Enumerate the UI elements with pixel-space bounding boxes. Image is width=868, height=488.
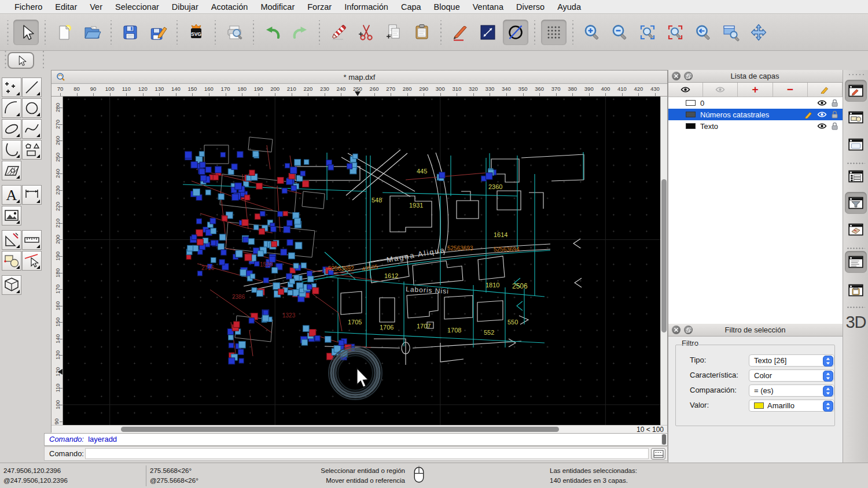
- canvas-horizontal-scrollbar[interactable]: [52, 426, 632, 434]
- menu-acotacion[interactable]: Acotación: [205, 2, 255, 12]
- zoom-auto-button[interactable]: [635, 20, 660, 45]
- filter-comparacin-select[interactable]: = (es): [749, 385, 834, 397]
- hide-all-layers-button[interactable]: [703, 83, 738, 97]
- edit-layer-icon[interactable]: [804, 110, 813, 119]
- layer-lock-icon[interactable]: [831, 122, 838, 130]
- menu-editar[interactable]: Editar: [49, 2, 83, 12]
- tool-circle-button[interactable]: [22, 98, 42, 118]
- keyboard-toggle-button[interactable]: [651, 448, 665, 460]
- command-input[interactable]: [85, 448, 649, 459]
- menu-informacion[interactable]: Información: [338, 2, 395, 12]
- menu-capa[interactable]: Capa: [395, 2, 428, 12]
- tool-measure-button[interactable]: [22, 230, 42, 250]
- tool-shapes-button[interactable]: [22, 140, 42, 160]
- layer-lock-icon[interactable]: [831, 99, 838, 107]
- menu-fichero[interactable]: Fichero: [8, 2, 49, 12]
- preview-panel-button[interactable]: [845, 134, 867, 156]
- layer-row-nu-meros-catastrales[interactable]: Números catastrales: [668, 109, 843, 120]
- menu-ventana[interactable]: Ventana: [466, 2, 510, 12]
- layer-color-swatch[interactable]: [686, 100, 696, 106]
- filter-valor-select[interactable]: Amarillo: [749, 400, 834, 412]
- distance-measure-button[interactable]: [475, 20, 501, 45]
- close-panel-icon[interactable]: [672, 72, 681, 80]
- redo-button[interactable]: [288, 20, 313, 45]
- block-list-panel-button[interactable]: [845, 219, 867, 241]
- selection-pointer-button[interactable]: [8, 52, 34, 69]
- menu-forzar[interactable]: Forzar: [301, 2, 338, 12]
- edit-layer-button[interactable]: [808, 83, 843, 97]
- drawing-canvas[interactable]: 4452360548193116141612181025061705170617…: [63, 97, 660, 425]
- layer-row-0[interactable]: 0: [668, 97, 843, 109]
- menu-ver[interactable]: Ver: [83, 2, 109, 12]
- menu-modificar[interactable]: Modificar: [254, 2, 301, 12]
- vscroll-thumb[interactable]: [661, 179, 667, 332]
- layer-lock-icon[interactable]: [831, 110, 838, 119]
- select-arrow-button[interactable]: [13, 20, 39, 45]
- open-file-button[interactable]: [79, 20, 105, 45]
- zoom-in-button[interactable]: [579, 20, 605, 45]
- svg-export-button[interactable]: SVG: [183, 20, 209, 45]
- tool-hatch-button[interactable]: [2, 161, 21, 180]
- tool-ellipse-button[interactable]: [2, 119, 21, 139]
- property-editor-panel-button[interactable]: [845, 80, 867, 102]
- filter-tipo-select[interactable]: Texto [26]: [749, 354, 834, 367]
- zoom-pan-button[interactable]: [746, 20, 771, 45]
- history-scroll-thumb[interactable]: [662, 434, 666, 445]
- detach-panel-icon[interactable]: [684, 72, 693, 80]
- tool-spline-button[interactable]: [22, 119, 42, 139]
- draw-pencil-button[interactable]: [447, 20, 473, 45]
- tool-drafting-tools-button[interactable]: [2, 230, 21, 250]
- menu-ayuda[interactable]: Ayuda: [551, 2, 587, 12]
- zoom-selection-button[interactable]: [663, 20, 688, 45]
- cut-button[interactable]: [354, 20, 379, 45]
- zoom-previous-button[interactable]: [690, 20, 716, 45]
- undo-button[interactable]: [260, 20, 285, 45]
- filter-caracterstica-select[interactable]: Color: [749, 369, 834, 382]
- layer-color-swatch[interactable]: [686, 123, 696, 129]
- layer-row-texto[interactable]: Texto: [668, 120, 843, 132]
- show-all-layers-button[interactable]: [668, 83, 703, 97]
- tool-line-button[interactable]: [22, 77, 42, 97]
- tool-modify-shapes-button[interactable]: [2, 251, 21, 271]
- menu-diverso[interactable]: Diverso: [510, 2, 551, 12]
- library-browser-panel-button[interactable]: [845, 106, 867, 128]
- clipboard-panel-button[interactable]: [845, 279, 867, 301]
- dock-drag-handle[interactable]: [848, 73, 864, 76]
- command-line-panel-button[interactable]: [845, 251, 867, 273]
- remove-layer-button[interactable]: −: [773, 83, 808, 97]
- save-button[interactable]: [117, 20, 143, 45]
- tool-select-entities-button[interactable]: [22, 251, 42, 271]
- stepper-icon[interactable]: [823, 401, 833, 413]
- erase-button[interactable]: [326, 20, 351, 45]
- tool-polyline-button[interactable]: [2, 140, 21, 160]
- stepper-icon[interactable]: [823, 356, 833, 368]
- layer-visibility-icon[interactable]: [817, 99, 827, 106]
- layer-list-panel-button[interactable]: [845, 165, 867, 187]
- menu-seleccionar[interactable]: Seleccionar: [109, 2, 165, 12]
- tool-points-button[interactable]: [2, 77, 21, 97]
- add-layer-button[interactable]: +: [738, 83, 773, 97]
- menu-bloque[interactable]: Bloque: [428, 2, 466, 12]
- stepper-icon[interactable]: [823, 386, 833, 398]
- layer-visibility-icon[interactable]: [817, 123, 827, 130]
- draft-mode-button[interactable]: [503, 20, 528, 45]
- toolbar-drag-handle[interactable]: [5, 20, 10, 45]
- grid-toggle-button[interactable]: [541, 20, 567, 45]
- paste-button[interactable]: [409, 20, 435, 45]
- save-as-button[interactable]: [145, 20, 171, 45]
- zoom-window-button[interactable]: [718, 20, 744, 45]
- stepper-icon[interactable]: [823, 371, 833, 383]
- tool-image-button[interactable]: [2, 206, 21, 225]
- menu-dibujar[interactable]: Dibujar: [165, 2, 205, 12]
- layer-color-swatch[interactable]: [686, 112, 696, 117]
- close-panel-icon[interactable]: [672, 326, 681, 334]
- layer-visibility-icon[interactable]: [817, 111, 827, 118]
- tool-dimension-button[interactable]: [22, 185, 42, 205]
- detach-panel-icon[interactable]: [684, 326, 693, 334]
- tool-arc-button[interactable]: [2, 98, 21, 118]
- tool-text-button[interactable]: A: [2, 185, 21, 205]
- print-preview-button[interactable]: [222, 20, 247, 45]
- canvas-vertical-scrollbar[interactable]: [660, 97, 667, 425]
- 3d-mode-label[interactable]: 3D: [843, 313, 868, 332]
- selection-filter-panel-button[interactable]: [845, 192, 867, 214]
